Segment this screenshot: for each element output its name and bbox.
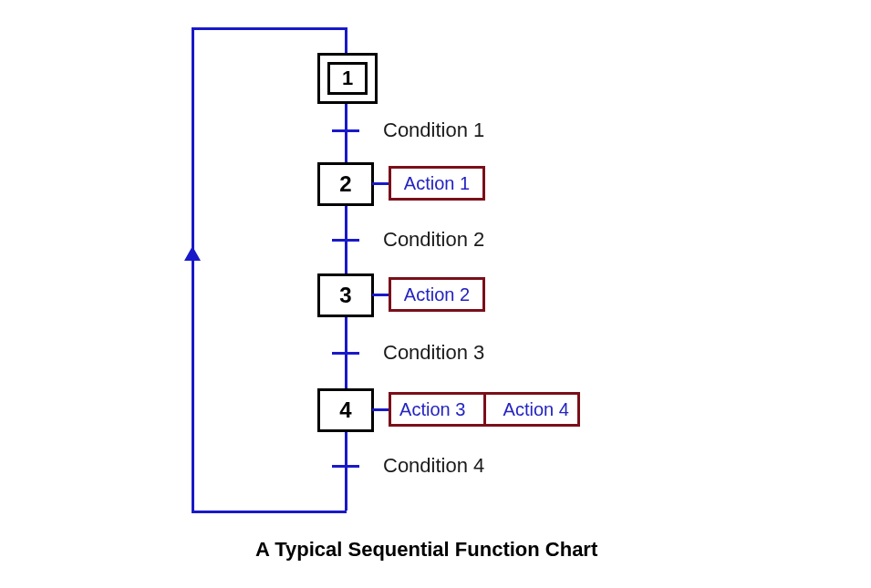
step-4: 4 <box>317 388 374 432</box>
loop-arrow-icon <box>184 246 201 261</box>
step-4-action-connector <box>372 408 390 411</box>
diagram-caption: A Typical Sequential Function Chart <box>255 538 597 562</box>
condition-2-label: Condition 2 <box>383 228 484 252</box>
transition-2-tick <box>332 239 359 242</box>
action-divider <box>483 395 486 424</box>
loop-top-line <box>192 27 347 30</box>
loop-left-line <box>192 27 194 512</box>
step-2: 2 <box>317 162 374 206</box>
action-2-label: Action 2 <box>404 284 470 305</box>
step-1-number: 1 <box>342 67 353 90</box>
step-2-action-connector <box>372 182 390 185</box>
step-1-initial: 1 <box>317 53 378 104</box>
transition-3-tick <box>332 352 359 355</box>
step-2-number: 2 <box>339 171 351 197</box>
condition-1-label: Condition 1 <box>383 119 484 142</box>
action-3-label: Action 3 <box>391 399 474 420</box>
action-4-label: Action 4 <box>495 399 578 420</box>
transition-4-tick <box>332 465 359 468</box>
loop-bottom-line <box>192 511 347 513</box>
step-3: 3 <box>317 273 374 317</box>
transition-1-tick <box>332 129 359 132</box>
action-2-box: Action 2 <box>389 277 485 312</box>
sfc-diagram: 1 Condition 1 2 Action 1 Condition 2 3 A… <box>0 0 871 588</box>
step-3-action-connector <box>372 294 390 296</box>
step-4-number: 4 <box>339 397 351 423</box>
condition-4-label: Condition 4 <box>383 454 484 478</box>
action-3-4-box: Action 3 Action 4 <box>389 392 580 427</box>
action-1-label: Action 1 <box>404 173 470 194</box>
step-3-number: 3 <box>339 283 351 308</box>
condition-3-label: Condition 3 <box>383 341 484 365</box>
action-1-box: Action 1 <box>389 166 485 201</box>
step-1-inner: 1 <box>327 62 368 95</box>
